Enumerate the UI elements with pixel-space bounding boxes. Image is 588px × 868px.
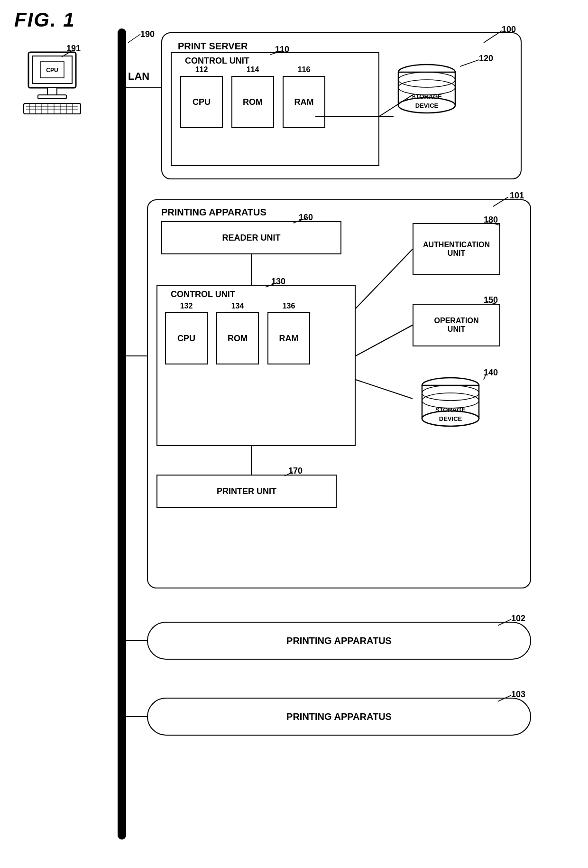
ref-103: 103 xyxy=(511,690,525,700)
storage-140: STORAGE DEVICE xyxy=(417,375,484,434)
svg-text:DEVICE: DEVICE xyxy=(415,102,439,109)
control-unit-1-label: CONTROL UNIT xyxy=(185,56,249,66)
svg-text:STORAGE: STORAGE xyxy=(412,93,442,100)
ram-136-wrapper: 136 RAM xyxy=(267,312,310,364)
ref-140: 140 xyxy=(484,368,498,378)
chip-row-1: 112 CPU 114 ROM 116 RAM xyxy=(180,76,325,128)
printer-unit-box: PRINTER UNIT xyxy=(156,475,337,508)
lan-ref-label: 190 xyxy=(140,29,155,39)
storage-120: STORAGE DEVICE xyxy=(394,62,460,121)
authentication-unit-box: AUTHENTICATIONUNIT xyxy=(413,223,500,275)
lan-line xyxy=(118,28,126,840)
ref-132: 132 xyxy=(180,302,193,310)
ref-136: 136 xyxy=(283,302,295,310)
printing-apparatus-102-box: PRINTING APPARATUS xyxy=(147,622,531,660)
computer-illustration: CPU xyxy=(14,47,90,123)
cpu-112-wrapper: 112 CPU xyxy=(180,76,223,128)
cpu-132-box: CPU xyxy=(165,312,208,364)
ram-136-box: RAM xyxy=(267,312,310,364)
lan-label: LAN xyxy=(128,70,149,83)
svg-text:CPU: CPU xyxy=(46,67,58,74)
rom-134-box: ROM xyxy=(216,312,259,364)
svg-text:DEVICE: DEVICE xyxy=(439,415,462,422)
svg-text:STORAGE: STORAGE xyxy=(435,406,466,413)
printing-apparatus-1-label: PRINTING APPARATUS xyxy=(161,207,266,218)
ref-116: 116 xyxy=(298,65,311,74)
ref-100: 100 xyxy=(502,25,516,35)
ref-112: 112 xyxy=(195,65,208,74)
svg-rect-4 xyxy=(24,103,81,114)
ref-150: 150 xyxy=(484,295,498,305)
rom-114-wrapper: 114 ROM xyxy=(231,76,274,128)
ref-110: 110 xyxy=(275,45,289,55)
cpu-112-box: CPU xyxy=(180,76,223,128)
rom-114-box: ROM xyxy=(231,76,274,128)
ref-101: 101 xyxy=(510,191,524,201)
ref-160: 160 xyxy=(299,213,313,223)
ref-134: 134 xyxy=(231,302,244,310)
operation-unit-label: OPERATIONUNIT xyxy=(434,317,479,334)
ref-102: 102 xyxy=(511,614,525,624)
computer-ref-label: 191 xyxy=(66,44,81,54)
svg-rect-3 xyxy=(38,95,66,99)
printing-apparatus-103-box: PRINTING APPARATUS xyxy=(147,698,531,736)
authentication-unit-label: AUTHENTICATIONUNIT xyxy=(423,241,490,258)
cpu-132-wrapper: 132 CPU xyxy=(165,312,208,364)
print-server-label: PRINT SERVER xyxy=(178,41,248,52)
ref-120: 120 xyxy=(479,54,493,64)
reader-unit-box: READER UNIT xyxy=(161,221,341,254)
figure-title: FIG. 1 xyxy=(14,9,75,31)
ref-130: 130 xyxy=(271,277,285,287)
svg-line-41 xyxy=(128,34,140,43)
ref-170: 170 xyxy=(288,466,303,476)
chip-row-2: 132 CPU 134 ROM 136 RAM xyxy=(165,312,310,364)
operation-unit-box: OPERATIONUNIT xyxy=(413,304,500,346)
ram-116-wrapper: 116 RAM xyxy=(283,76,325,128)
control-unit-2-label: CONTROL UNIT xyxy=(171,289,235,299)
ref-180: 180 xyxy=(484,215,498,225)
ram-116-box: RAM xyxy=(283,76,325,128)
rom-134-wrapper: 134 ROM xyxy=(216,312,259,364)
ref-114: 114 xyxy=(247,65,259,74)
